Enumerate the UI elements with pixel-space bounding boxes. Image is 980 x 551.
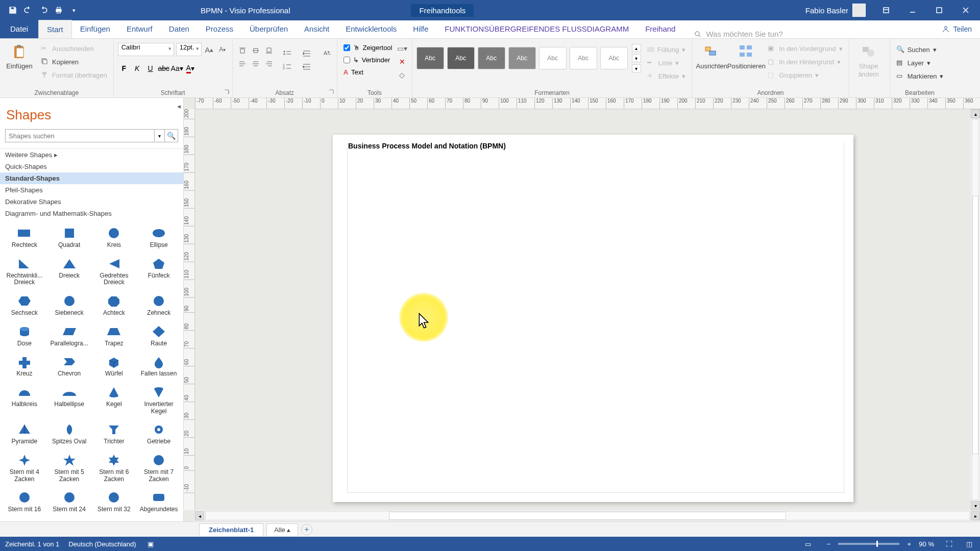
shape-item[interactable]: Gedrehtes Dreieck: [93, 255, 136, 289]
find-button[interactable]: 🔍Suchen ▾: [894, 44, 946, 55]
style-thumb[interactable]: Abc: [478, 47, 505, 69]
zoom-slider[interactable]: [838, 543, 899, 545]
shape-item[interactable]: Kreis: [93, 224, 136, 252]
tell-me-search[interactable]: Was möchten Sie tun?: [694, 30, 934, 38]
print-icon[interactable]: [53, 5, 64, 16]
pan-zoom-icon[interactable]: ◫: [964, 538, 975, 549]
qat-customize-icon[interactable]: ▾: [68, 5, 80, 16]
rectangle-tool-icon[interactable]: ▭▾: [397, 43, 408, 54]
align-right-icon[interactable]: [263, 58, 275, 69]
text-tool[interactable]: AText: [341, 66, 393, 78]
shape-item[interactable]: Ellipse: [137, 224, 180, 252]
style-thumb[interactable]: Abc: [570, 47, 597, 69]
tab-insert[interactable]: Einfügen: [72, 20, 118, 38]
group-button[interactable]: ⬚Gruppieren ▾: [766, 69, 844, 81]
close-icon[interactable]: [955, 1, 976, 20]
shape-item[interactable]: Zehneck: [137, 292, 180, 320]
shape-item[interactable]: Fünfeck: [137, 255, 180, 289]
shape-item[interactable]: Stern mit 4 Zacken: [3, 452, 46, 486]
shape-item[interactable]: Halbellipse: [48, 384, 91, 418]
shape-item[interactable]: Rechtwinkli... Dreieck: [3, 255, 46, 289]
save-icon[interactable]: [7, 5, 18, 16]
style-thumb[interactable]: Abc: [447, 47, 475, 69]
maximize-icon[interactable]: [929, 1, 949, 20]
search-go-icon[interactable]: 🔍: [165, 129, 178, 142]
strikethrough-button[interactable]: abc: [158, 62, 170, 74]
align-button[interactable]: Ausrichten: [696, 41, 727, 70]
sheet-tab-all[interactable]: Alle ▴: [266, 523, 298, 536]
shape-item[interactable]: Trapez: [93, 323, 136, 350]
effects-button[interactable]: ✧Effekte ▾: [645, 70, 688, 82]
category-item[interactable]: Pfeil-Shapes: [0, 184, 183, 196]
fit-page-icon[interactable]: ⛶: [943, 538, 954, 549]
increase-indent-icon[interactable]: [300, 61, 313, 72]
tab-freihand[interactable]: Freihand: [637, 20, 683, 38]
shape-item[interactable]: Abgerundetes: [137, 489, 180, 516]
shape-item[interactable]: Getriebe: [137, 421, 180, 448]
shape-item[interactable]: Raute: [137, 323, 180, 350]
shape-item[interactable]: Parallelogra...: [48, 323, 91, 350]
collapse-panel-icon[interactable]: ◂: [174, 100, 183, 112]
scroll-up-icon[interactable]: ▴: [971, 109, 980, 118]
zoom-value[interactable]: 90 %: [919, 540, 934, 548]
line-button[interactable]: ━Linie ▾: [645, 57, 688, 68]
category-item[interactable]: Diagramm- und Mathematik-Shapes: [0, 208, 183, 219]
paste-button[interactable]: Einfügen: [4, 41, 35, 70]
shape-item[interactable]: Chevron: [48, 353, 91, 381]
style-thumb[interactable]: Abc: [508, 47, 536, 69]
shrink-font-icon[interactable]: A▾: [217, 44, 228, 55]
horizontal-scrollbar[interactable]: ◂ ▸: [195, 510, 980, 521]
shape-item[interactable]: Stern mit 6 Zacken: [93, 452, 136, 486]
send-back-button[interactable]: ▢In den Hintergrund ▾: [766, 56, 844, 67]
shape-item[interactable]: Würfel: [93, 353, 136, 381]
bullets-icon[interactable]: [281, 48, 294, 59]
align-bottom-icon[interactable]: [263, 45, 275, 56]
bring-front-button[interactable]: ▣In den Vordergrund ▾: [766, 43, 844, 54]
tab-view[interactable]: Ansicht: [296, 20, 337, 38]
drawing-page[interactable]: Business Process Model and Notation (BPM…: [333, 135, 853, 502]
shape-item[interactable]: Kreuz: [3, 353, 46, 381]
cut-button[interactable]: ✂Ausschneiden: [39, 43, 109, 54]
pointer-checkbox[interactable]: [344, 44, 350, 51]
connector-checkbox[interactable]: [344, 57, 350, 63]
shape-item[interactable]: Quadrat: [48, 224, 91, 252]
tab-process[interactable]: Prozess: [198, 20, 241, 38]
underline-button[interactable]: U: [144, 62, 157, 74]
style-thumb[interactable]: Abc: [539, 47, 567, 69]
macro-recording-icon[interactable]: ▣: [145, 538, 156, 549]
shape-item[interactable]: Halbkreis: [3, 384, 46, 418]
user-account[interactable]: Fabio Basler: [805, 4, 866, 17]
shape-item[interactable]: Stern mit 24: [48, 489, 91, 516]
shape-item[interactable]: Pyramide: [3, 421, 46, 448]
shape-item[interactable]: Stern mit 5 Zacken: [48, 452, 91, 486]
tab-design[interactable]: Entwurf: [118, 20, 161, 38]
tab-review[interactable]: Überprüfen: [241, 20, 296, 38]
scroll-down-icon[interactable]: ▾: [971, 501, 980, 510]
presentation-mode-icon[interactable]: ▭: [802, 538, 814, 549]
language-indicator[interactable]: Deutsch (Deutschland): [68, 540, 136, 548]
shape-item[interactable]: Stern mit 7 Zacken: [137, 452, 180, 486]
tab-data[interactable]: Daten: [161, 20, 198, 38]
minimize-icon[interactable]: [902, 1, 923, 20]
search-dropdown-icon[interactable]: ▾: [155, 129, 165, 142]
shape-item[interactable]: Invertierter Kegel: [137, 384, 180, 418]
align-top-icon[interactable]: [237, 45, 248, 56]
numbering-icon[interactable]: 12: [281, 61, 294, 72]
shape-item[interactable]: Sechseck: [3, 292, 46, 320]
shape-item[interactable]: Siebeneck: [48, 292, 91, 320]
shape-item[interactable]: Achteck: [93, 292, 136, 320]
vertical-scrollbar[interactable]: ▴ ▾: [971, 109, 980, 510]
scroll-left-icon[interactable]: ◂: [195, 511, 204, 520]
scroll-right-icon[interactable]: ▸: [971, 511, 980, 520]
x-tool-icon[interactable]: ✕: [397, 56, 408, 67]
italic-button[interactable]: K: [131, 62, 143, 74]
shape-item[interactable]: Stern mit 16: [3, 489, 46, 516]
gallery-more-icon[interactable]: ▾: [632, 64, 641, 72]
shape-item[interactable]: Rechteck: [3, 224, 46, 252]
font-color-button[interactable]: A▾: [184, 62, 197, 74]
style-thumb[interactable]: Abc: [416, 47, 444, 69]
scrollbar-thumb[interactable]: [389, 512, 786, 520]
position-button[interactable]: Positionieren: [731, 41, 762, 70]
font-dialog-launcher[interactable]: [223, 88, 230, 95]
category-item[interactable]: Standard-Shapes: [0, 172, 183, 184]
